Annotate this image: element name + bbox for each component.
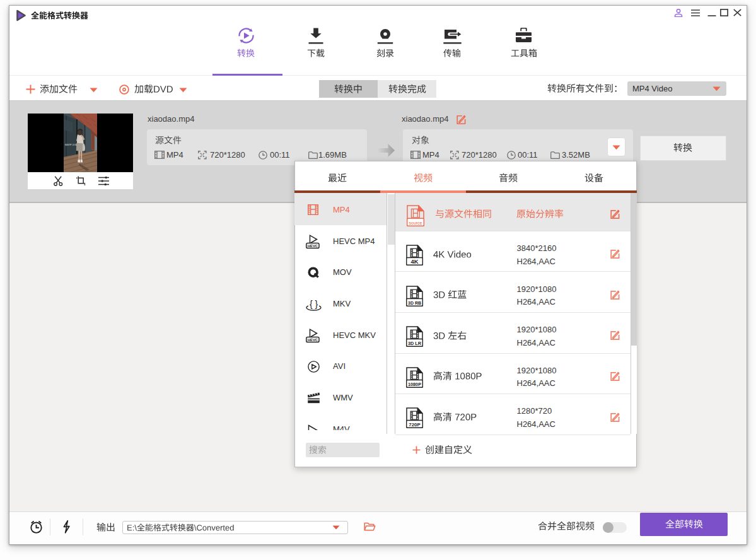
svg-text:HEVC: HEVC bbox=[308, 243, 318, 248]
svg-text:{ }: { } bbox=[310, 298, 318, 308]
svg-text:1080P: 1080P bbox=[408, 382, 421, 387]
svg-text:source: source bbox=[409, 220, 422, 226]
svg-text:HEVC: HEVC bbox=[308, 337, 318, 342]
svg-text:NSTP 2#6: NSTP 2#6 bbox=[65, 143, 77, 146]
svg-text:3D RB: 3D RB bbox=[408, 301, 421, 305]
svg-text:4K: 4K bbox=[410, 259, 419, 265]
svg-text:3D LR: 3D LR bbox=[408, 341, 421, 346]
svg-text:720P: 720P bbox=[409, 422, 420, 428]
